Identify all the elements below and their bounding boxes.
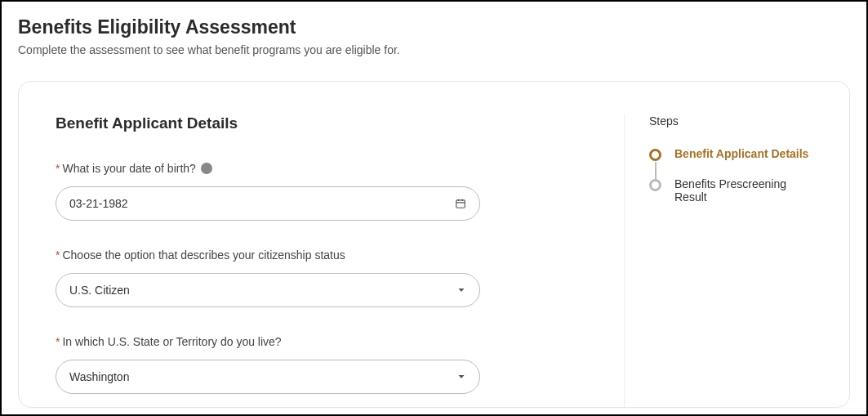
chevron-down-icon: [456, 285, 466, 295]
step-label: Benefit Applicant Details: [674, 147, 808, 160]
step-label: Benefits Prescreening Result: [674, 177, 812, 204]
steps-column: Steps Benefit Applicant Details Benefits…: [625, 114, 812, 407]
page-subtitle: Complete the assessment to see what bene…: [18, 43, 850, 56]
state-value: Washington: [69, 370, 456, 383]
form-column: Benefit Applicant Details * What is your…: [56, 114, 625, 407]
state-label: * In which U.S. State or Territory do yo…: [56, 335, 591, 348]
dob-value: 03-21-1982: [69, 197, 455, 210]
assessment-card: Benefit Applicant Details * What is your…: [18, 81, 850, 408]
citizenship-select[interactable]: U.S. Citizen: [56, 273, 480, 307]
citizenship-value: U.S. Citizen: [69, 284, 456, 297]
chevron-down-icon: [456, 372, 466, 382]
required-marker: *: [56, 248, 60, 262]
dob-input[interactable]: 03-21-1982: [56, 186, 480, 221]
dob-label-text: What is your date of birth?: [62, 162, 195, 175]
citizenship-field: * Choose the option that describes your …: [56, 248, 591, 307]
state-field: * In which U.S. State or Territory do yo…: [56, 335, 591, 394]
svg-rect-0: [456, 200, 465, 208]
state-select[interactable]: Washington: [56, 360, 480, 394]
state-label-text: In which U.S. State or Territory do you …: [62, 335, 281, 348]
required-marker: *: [56, 335, 60, 348]
steps-heading: Steps: [649, 114, 812, 127]
dob-field: * What is your date of birth? 03-21-1982: [56, 162, 591, 221]
citizenship-label-text: Choose the option that describes your ci…: [62, 248, 345, 262]
dob-label: * What is your date of birth?: [56, 162, 591, 175]
section-heading: Benefit Applicant Details: [56, 114, 591, 132]
info-icon[interactable]: [201, 163, 212, 174]
required-marker: *: [56, 162, 60, 175]
step-indicator: [649, 179, 661, 191]
citizenship-label: * Choose the option that describes your …: [56, 248, 591, 262]
page-title: Benefits Eligibility Assessment: [18, 16, 850, 38]
step-indicator-active: [649, 149, 661, 161]
calendar-icon[interactable]: [455, 198, 466, 209]
step-prescreening-result[interactable]: Benefits Prescreening Result: [649, 177, 812, 220]
step-applicant-details[interactable]: Benefit Applicant Details: [649, 147, 812, 177]
